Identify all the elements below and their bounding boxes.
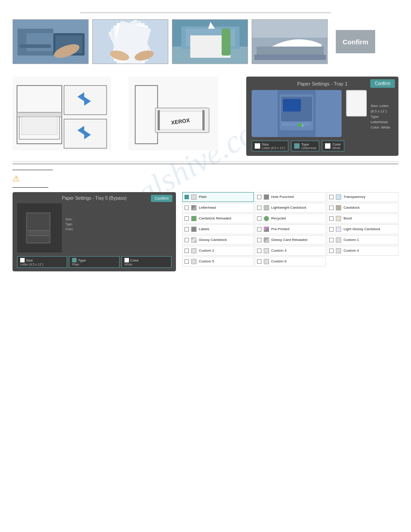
- paper-type-label: Bond: [343, 216, 352, 221]
- paper-type-icon-custom: [335, 248, 342, 254]
- type-footer-value: Letterhead: [301, 146, 316, 150]
- bypass-color-btn[interactable]: Color White: [121, 256, 171, 268]
- paper-type-icon-pre-printed: [263, 226, 270, 232]
- paper-type-icon-custom: [191, 258, 197, 265]
- color-footer-label: Color: [332, 142, 341, 146]
- bypass-confirm-button[interactable]: Confirm: [151, 195, 172, 202]
- bypass-type-btn[interactable]: Type Plain: [69, 256, 119, 268]
- paper-type-label: Recycled: [271, 216, 286, 221]
- bypass-size-btn[interactable]: Size Letter (8.5 x 11"): [17, 256, 67, 268]
- paper-type-checkbox[interactable]: [257, 216, 261, 221]
- svg-rect-50: [282, 122, 311, 126]
- paper-type-item-custom-3[interactable]: Custom 3: [255, 246, 326, 256]
- bypass-size-icon: [20, 258, 25, 262]
- svg-rect-24: [257, 47, 324, 56]
- paper-type-checkbox[interactable]: [257, 195, 261, 199]
- paper-type-item-recycled[interactable]: Recycled: [255, 214, 326, 223]
- type-icon: [294, 143, 300, 149]
- paper-type-item-light-glossy-cardstock[interactable]: Light Glossy Cardstock: [327, 224, 398, 234]
- paper-type-checkbox[interactable]: [184, 249, 189, 253]
- paper-type-checkbox[interactable]: [257, 259, 261, 264]
- paper-type-icon-glossy-card-reload: [263, 237, 270, 243]
- type-footer-btn[interactable]: Type Letterhead: [291, 141, 319, 151]
- paper-type-item-cardstock-reloaded[interactable]: Cardstock Reloaded: [182, 214, 254, 223]
- paper-type-label: Glossy Card Reloaded: [271, 238, 307, 242]
- bypass-footer: Size Letter (8.5 x 11") Type Plain Color: [17, 256, 171, 268]
- paper-type-item-transparency[interactable]: Transparency: [327, 192, 398, 202]
- paper-type-icon-glossy: [191, 237, 197, 243]
- paper-icon: [346, 90, 366, 116]
- paper-type-item-plain[interactable]: Plain: [182, 192, 254, 202]
- paper-type-item-labels[interactable]: Labels: [182, 224, 254, 234]
- paper-type-checkbox[interactable]: [184, 216, 189, 221]
- paper-type-checkbox[interactable]: [329, 238, 334, 242]
- settings-confirm-button[interactable]: Confirm: [370, 79, 395, 88]
- paper-type-label: Transparency: [343, 195, 365, 199]
- paper-type-item-custom-6[interactable]: Custom 6: [255, 257, 326, 266]
- warning-row: ⚠: [13, 175, 398, 183]
- confirm-button-top[interactable]: Confirm: [336, 30, 375, 53]
- info-color: Color: White: [371, 125, 393, 130]
- svg-point-51: [298, 123, 302, 127]
- paper-type-icon-cardstock-reload: [191, 215, 197, 222]
- bypass-type-footer-label: Type: [78, 258, 86, 262]
- paper-type-item-glossy-card-reloaded[interactable]: Glossy Card Reloaded: [255, 235, 326, 245]
- warning-icon: ⚠: [13, 175, 20, 183]
- paper-type-icon-hole-punched: [263, 194, 270, 200]
- paper-type-label: Letterhead: [199, 206, 216, 210]
- top-divider-line: [80, 13, 331, 13]
- printer-image: 1: [252, 90, 342, 137]
- short-underline: [13, 170, 53, 170]
- paper-type-checkbox[interactable]: [184, 259, 189, 264]
- svg-rect-3: [20, 44, 51, 48]
- paper-type-checkbox[interactable]: [257, 249, 261, 253]
- bottom-section: ⚠ Paper Settings - Tray 5 (Bypass) Confi…: [0, 161, 411, 271]
- svg-rect-58: [28, 230, 49, 232]
- photo-2: [92, 19, 168, 64]
- bypass-color-icon: [124, 258, 129, 262]
- paper-type-item-glossy-cardstock[interactable]: Glossy Cardstock: [182, 235, 254, 245]
- paper-type-checkbox[interactable]: [184, 195, 189, 199]
- paper-type-item-letterhead[interactable]: Letterhead: [182, 203, 254, 213]
- paper-type-item-custom-2[interactable]: Custom 2: [182, 246, 254, 256]
- size-footer-btn[interactable]: Size Letter (8.5 x 11"): [252, 141, 288, 151]
- svg-rect-20: [222, 29, 231, 56]
- svg-rect-25: [254, 55, 326, 60]
- paper-type-item-lightweight-cardstock[interactable]: Lightweight Cardstock: [255, 203, 326, 213]
- paper-type-item-custom-4[interactable]: Custom 4: [327, 246, 398, 256]
- photo-1: [13, 19, 89, 64]
- color-footer-btn[interactable]: Color White: [322, 141, 344, 151]
- paper-type-checkbox[interactable]: [329, 195, 334, 199]
- bypass-type-footer-value: Plain: [72, 263, 116, 266]
- paper-type-icon-transparency: [335, 194, 342, 200]
- paper-types-grid: PlainHole PunchedTransparencyLetterheadL…: [182, 192, 398, 266]
- paper-type-checkbox[interactable]: [329, 206, 334, 210]
- paper-settings-panel-tray1: Paper Settings - Tray 1 Confirm: [246, 77, 398, 156]
- paper-type-checkbox[interactable]: [184, 227, 189, 232]
- paper-type-item-custom-1[interactable]: Custom 1: [327, 235, 398, 245]
- paper-type-checkbox[interactable]: [257, 238, 261, 242]
- paper-type-item-cardstock[interactable]: Cardstock: [327, 203, 398, 213]
- paper-type-checkbox[interactable]: [329, 227, 334, 232]
- paper-type-item-bond[interactable]: Bond: [327, 214, 398, 223]
- paper-type-checkbox[interactable]: [329, 216, 334, 221]
- svg-rect-60: [28, 235, 49, 236]
- paper-types-panel: PlainHole PunchedTransparencyLetterheadL…: [182, 192, 398, 271]
- paper-type-checkbox[interactable]: [184, 238, 189, 242]
- tray-diagram-2: XEROX: [128, 77, 239, 150]
- divider-2: [13, 163, 398, 164]
- paper-type-checkbox[interactable]: [329, 249, 334, 253]
- svg-rect-30: [21, 117, 57, 135]
- bypass-type-icon: [72, 258, 77, 262]
- svg-rect-44: [158, 110, 160, 130]
- paper-type-item-pre-printed[interactable]: Pre-Printed: [255, 224, 326, 234]
- paper-type-item-hole-punched[interactable]: Hole Punched: [255, 192, 326, 202]
- paper-type-label: Cardstock Reloaded: [199, 216, 231, 221]
- svg-rect-45: [202, 110, 205, 130]
- paper-type-item-custom-5[interactable]: Custom 5: [182, 257, 254, 266]
- paper-type-checkbox[interactable]: [257, 206, 261, 210]
- tray-diagram-1: [13, 77, 123, 150]
- paper-type-icon-lightweight: [263, 205, 270, 211]
- paper-type-checkbox[interactable]: [257, 227, 261, 232]
- paper-type-checkbox[interactable]: [184, 206, 189, 210]
